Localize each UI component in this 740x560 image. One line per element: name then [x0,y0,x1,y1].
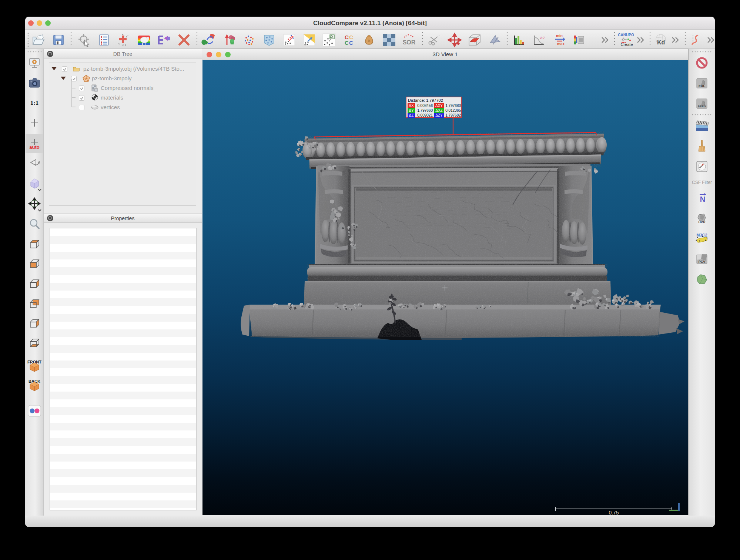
svg-text:EDL: EDL [699,84,706,88]
svg-text:M3C2: M3C2 [696,233,707,237]
svg-text:max: max [557,42,565,46]
svg-text:N: N [700,195,705,203]
svg-text:CSF Filter: CSF Filter [692,180,712,185]
svg-text:min: min [556,34,563,38]
svg-text:0.75: 0.75 [609,510,619,515]
svg-text:C: C [345,40,349,46]
svg-text:C: C [349,40,353,46]
svg-text:Kd: Kd [657,39,665,46]
svg-text:PCV: PCV [699,260,706,264]
svg-text:HPR: HPR [698,220,706,224]
svg-text:μ,σ: μ,σ [540,36,545,39]
svg-text:1:1: 1:1 [30,99,39,106]
svg-text:SSAO: SSAO [698,105,706,108]
svg-text:auto: auto [29,144,40,150]
svg-text:SOR: SOR [403,39,416,46]
svg-text:Create: Create [620,42,633,47]
svg-text:CANUPO: CANUPO [618,33,634,37]
